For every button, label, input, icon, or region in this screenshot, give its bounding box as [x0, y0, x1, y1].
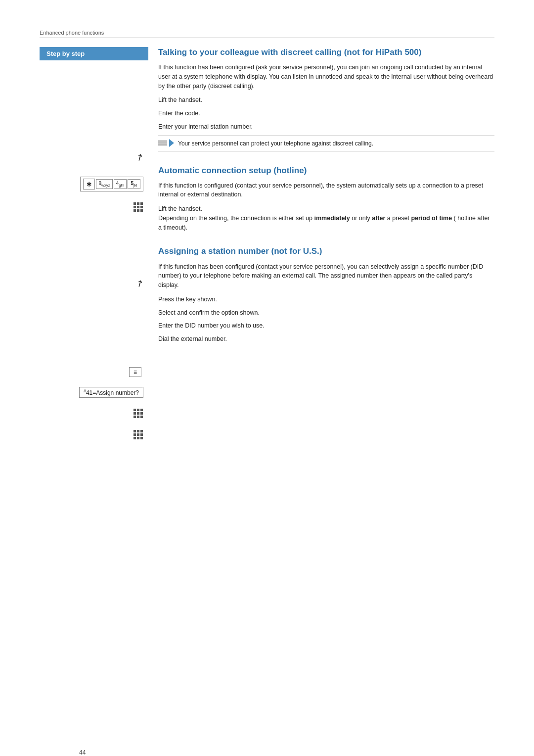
sidebar-grid-3	[133, 429, 143, 441]
svg-rect-9	[134, 409, 136, 411]
step-select-confirm: Select and confirm the option shown.	[158, 308, 494, 318]
svg-rect-18	[134, 430, 136, 432]
step-enter-station: Enter your internal station number.	[158, 122, 494, 132]
sidebar-option-label: #41=Assign number?	[79, 387, 143, 398]
svg-rect-0	[134, 202, 136, 205]
svg-rect-10	[137, 409, 139, 411]
section-station-number: Assigning a station number (not for U.S.…	[158, 246, 494, 343]
svg-rect-1	[137, 202, 139, 205]
section-title-hotline: Automatic connection setup (hotline)	[158, 165, 494, 176]
step-text-dial: Dial the external number.	[158, 334, 227, 344]
svg-rect-23	[140, 433, 143, 436]
step-press-key: Press the key shown.	[158, 295, 494, 304]
svg-rect-16	[137, 416, 139, 418]
sidebar-keypad-code: ∗ 9wxyz 4ghi 5jkl	[80, 177, 143, 191]
phone-icon-1: ↗	[134, 151, 146, 164]
sidebar-icons: ↗ ∗ 9wxyz 4ghi 5jkl	[40, 65, 148, 441]
svg-rect-20	[140, 430, 143, 432]
sidebar-grid-1	[133, 201, 143, 214]
svg-rect-12	[134, 412, 136, 415]
page-header: Enhanced phone functions	[40, 30, 494, 38]
svg-rect-26	[140, 437, 143, 439]
body-text-station: If this function has been configured (co…	[158, 262, 494, 290]
key-symbol: ≡	[129, 367, 141, 377]
svg-rect-4	[137, 206, 139, 208]
key-9wxyz: 9wxyz	[96, 179, 112, 189]
arrow-head	[169, 139, 174, 147]
main-layout: Step by step ↗ ∗ 9wxyz 4ghi 5jkl	[40, 47, 494, 441]
step-lift-1: Lift the handset.	[158, 95, 494, 105]
body-text-hotline: If this function is configured (contact …	[158, 181, 494, 200]
key-5jkl: 5jkl	[128, 179, 140, 189]
step-enter-did: Enter the DID number you wish to use.	[158, 321, 494, 331]
arrow-line-3	[158, 144, 167, 145]
bold-immediately: immediately	[314, 215, 350, 222]
note-arrow-icon	[158, 139, 174, 147]
section-title-discreet: Talking to your colleague with discreet …	[158, 47, 494, 58]
section-title-station: Assigning a station number (not for U.S.…	[158, 246, 494, 257]
step-text-lift-2: Lift the handset. Depending on the setti…	[158, 204, 494, 232]
svg-rect-6	[134, 209, 136, 212]
arrow-line-1	[158, 141, 167, 142]
step-dial-external: Dial the external number.	[158, 334, 494, 344]
page-number: 44	[79, 749, 86, 756]
sidebar-phone-icon-1: ↗	[136, 152, 143, 163]
phone-icon-2: ↗	[134, 277, 146, 290]
bold-period: period of time	[411, 215, 452, 222]
svg-rect-7	[137, 209, 139, 212]
svg-rect-15	[134, 416, 136, 418]
section-hotline: Automatic connection setup (hotline) If …	[158, 165, 494, 233]
svg-rect-13	[137, 412, 139, 415]
sidebar-key-icon: ≡	[129, 367, 143, 377]
header-text: Enhanced phone functions	[40, 30, 104, 36]
key-4ghi: 4ghi	[114, 179, 127, 189]
sidebar-grid-2	[133, 408, 143, 420]
arrow-lines	[158, 141, 167, 145]
step-text-press-key: Press the key shown.	[158, 295, 217, 304]
sidebar: Step by step ↗ ∗ 9wxyz 4ghi 5jkl	[40, 47, 148, 441]
svg-rect-8	[140, 209, 143, 212]
note-text-discreet: Your service personnel can protect your …	[178, 139, 373, 148]
svg-rect-5	[140, 206, 143, 208]
body-text-discreet: If this function has been configured (as…	[158, 63, 494, 91]
bold-after: after	[372, 215, 385, 222]
step-text-enter-code: Enter the code.	[158, 109, 200, 118]
svg-rect-14	[140, 412, 143, 415]
option-41: #41=Assign number?	[79, 387, 143, 398]
step-text-lift-1: Lift the handset.	[158, 95, 202, 105]
step-enter-code: Enter the code.	[158, 109, 494, 118]
arrow-block	[158, 139, 174, 147]
svg-rect-17	[140, 416, 143, 418]
grid-icon-1	[133, 201, 143, 212]
main-content: Talking to your colleague with discreet …	[148, 47, 494, 441]
step-by-step-label: Step by step	[40, 47, 148, 60]
section-discreet-calling: Talking to your colleague with discreet …	[158, 47, 494, 151]
svg-rect-21	[134, 433, 136, 436]
arrow-line-2	[158, 142, 167, 143]
grid-icon-2	[133, 408, 143, 419]
svg-rect-3	[134, 206, 136, 208]
step-text-did: Enter the DID number you wish to use.	[158, 321, 265, 331]
svg-rect-2	[140, 202, 143, 205]
keypad-code-row: ∗ 9wxyz 4ghi 5jkl	[80, 177, 143, 191]
note-discreet: Your service personnel can protect your …	[158, 136, 494, 151]
step-text-station: Enter your internal station number.	[158, 122, 253, 132]
step-text-select-confirm: Select and confirm the option shown.	[158, 308, 260, 318]
svg-rect-11	[140, 409, 143, 411]
grid-icon-3	[133, 429, 143, 440]
svg-rect-19	[137, 430, 139, 432]
sidebar-phone-icon-2: ↗	[136, 278, 143, 289]
svg-rect-22	[137, 433, 139, 436]
step-lift-2: Lift the handset. Depending on the setti…	[158, 204, 494, 232]
svg-rect-24	[134, 437, 136, 439]
svg-rect-25	[137, 437, 139, 439]
star-key: ∗	[83, 179, 95, 189]
